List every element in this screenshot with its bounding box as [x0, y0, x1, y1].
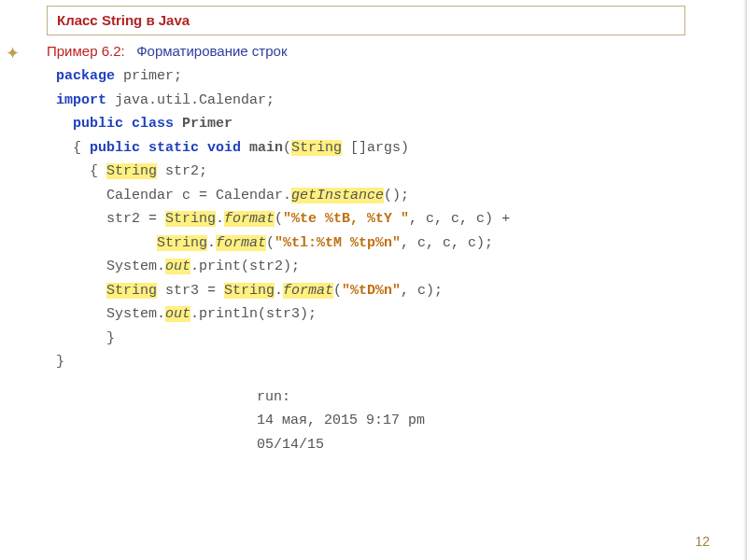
page-number: 12	[695, 534, 710, 549]
bullet-icon: ✦	[6, 43, 20, 63]
code-line: str2 = String.format("%te %tB, %tY ", c,…	[56, 207, 719, 231]
code-line: { String str2;	[56, 160, 719, 184]
code-block: package primer; import java.util.Calenda…	[56, 64, 719, 374]
code-line: }	[56, 327, 719, 351]
code-line: package primer;	[56, 64, 719, 89]
shadow-decoration	[743, 0, 747, 560]
code-line: Calendar c = Calendar.getInstance();	[56, 184, 719, 208]
output-line: 05/14/15	[257, 433, 719, 457]
code-line: System.out.print(str2);	[56, 255, 719, 279]
code-line: String str3 = String.format("%tD%n", c);	[56, 279, 719, 303]
output-run: run:	[257, 385, 719, 410]
header-box: Класс String в Java	[47, 6, 685, 35]
output-line: 14 мая, 2015 9:17 pm	[257, 409, 719, 433]
code-line: String.format("%tl:%tM %tp%n", c, c, c);	[56, 231, 719, 256]
code-line: import java.util.Calendar;	[56, 89, 719, 113]
code-line: }	[56, 350, 719, 374]
output-block: run: 14 мая, 2015 9:17 pm 05/14/15	[257, 385, 719, 457]
example-line: Пример 6.2: Форматирование строк	[47, 43, 719, 59]
header-title: Класс String в Java	[57, 12, 190, 28]
code-line: public class Primer	[56, 112, 719, 136]
code-line: { public static void main(String []args)	[56, 136, 719, 161]
code-line: System.out.println(str3);	[56, 302, 719, 327]
example-prefix: Пример 6.2:	[47, 43, 125, 59]
example-text: Форматирование строк	[129, 43, 288, 59]
slide: Класс String в Java ✦ Пример 6.2: Формат…	[0, 0, 747, 560]
